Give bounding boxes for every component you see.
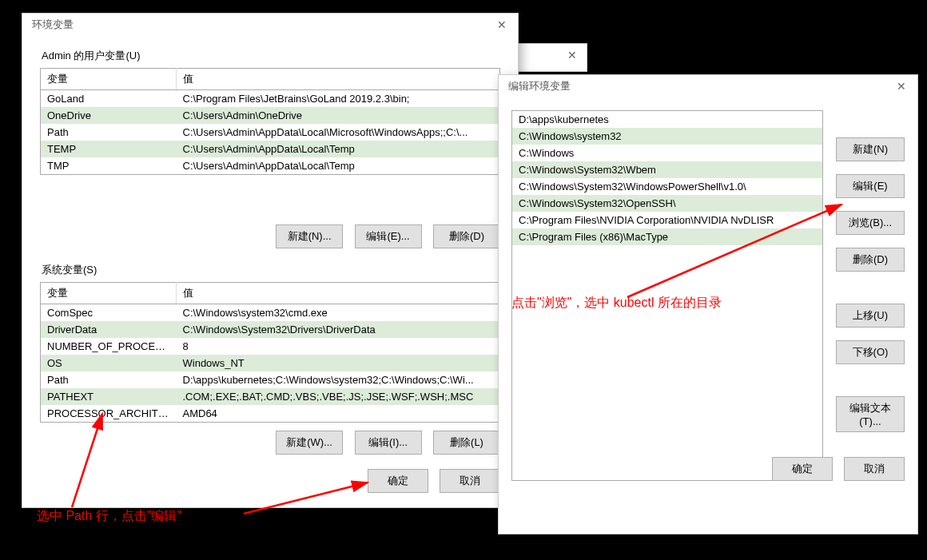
env-variables-dialog: 环境变量 ✕ Admin 的用户变量(U) 变量 值 GoLandC:\Prog… (22, 13, 519, 508)
table-row[interactable]: NUMBER_OF_PROCESSORS8 (41, 338, 500, 355)
var-value: Windows_NT (177, 355, 500, 371)
col-header-variable[interactable]: 变量 (41, 69, 177, 90)
list-item[interactable]: C:\Program Files (x86)\MacType (512, 228, 822, 245)
cancel-button[interactable]: 取消 (440, 469, 500, 493)
close-icon[interactable]: ✕ (492, 17, 511, 33)
table-row[interactable]: GoLandC:\Program Files\JetBrains\GoLand … (41, 90, 500, 108)
dialog-title: 编辑环境变量 (508, 79, 571, 93)
var-value: .COM;.EXE;.BAT;.CMD;.VBS;.VBE;.JS;.JSE;.… (177, 388, 500, 405)
var-name: NUMBER_OF_PROCESSORS (41, 338, 177, 355)
table-row[interactable]: DriverDataC:\Windows\System32\Drivers\Dr… (41, 321, 500, 338)
var-name: TMP (41, 157, 177, 175)
var-name: DriverData (41, 321, 177, 338)
browse-button[interactable]: 浏览(B)... (836, 211, 905, 235)
path-entries-list[interactable]: D:\apps\kubernetesC:\Windows\system32C:\… (511, 110, 823, 481)
var-value: C:\Users\Admin\AppData\Local\Microsoft\W… (177, 124, 500, 141)
edit-env-dialog: 编辑环境变量 ✕ D:\apps\kubernetesC:\Windows\sy… (498, 74, 918, 534)
var-value: C:\Users\Admin\AppData\Local\Temp (177, 157, 500, 175)
titlebar: 环境变量 ✕ (22, 14, 518, 36)
var-value: C:\Users\Admin\AppData\Local\Temp (177, 141, 500, 157)
delete-sys-button[interactable]: 删除(L) (433, 431, 500, 455)
ok-button[interactable]: 确定 (368, 469, 428, 493)
edittext-button[interactable]: 编辑文本(T)... (836, 396, 905, 432)
delete-button[interactable]: 删除(D) (836, 248, 905, 272)
movedown-button[interactable]: 下移(O) (836, 340, 905, 364)
var-name: Path (41, 371, 177, 388)
close-icon[interactable]: ✕ (892, 78, 911, 94)
new-user-button[interactable]: 新建(N)... (276, 224, 343, 248)
edit-buttons-column: 新建(N) 编辑(E) 浏览(B)... 删除(D) 上移(U) 下移(O) 编… (836, 137, 905, 445)
list-item[interactable]: C:\Program Files\NVIDIA Corporation\NVID… (512, 212, 822, 228)
var-name: ComSpec (41, 304, 177, 322)
var-value: C:\Program Files\JetBrains\GoLand 2019.2… (177, 90, 500, 108)
var-name: PATHEXT (41, 388, 177, 405)
user-vars-buttons: 新建(N)... 编辑(E)... 删除(D) (40, 224, 500, 248)
close-icon[interactable]: ✕ (563, 47, 582, 63)
var-name: OS (41, 355, 177, 371)
list-item[interactable]: C:\Windows\System32\WindowsPowerShell\v1… (512, 178, 822, 195)
list-item[interactable]: C:\Windows\System32\OpenSSH\ (512, 195, 822, 212)
table-row[interactable]: PathD:\apps\kubernetes;C:\Windows\system… (41, 371, 500, 388)
sys-vars-table[interactable]: 变量 值 ComSpecC:\Windows\system32\cmd.exeD… (40, 282, 500, 423)
var-name: PROCESSOR_ARCHITECT... (41, 405, 177, 423)
cancel-button[interactable]: 取消 (844, 457, 905, 481)
var-value: C:\Windows\system32\cmd.exe (177, 304, 500, 322)
col-header-variable[interactable]: 变量 (41, 283, 177, 304)
var-value: AMD64 (177, 405, 500, 423)
table-row[interactable]: ComSpecC:\Windows\system32\cmd.exe (41, 304, 500, 322)
new-sys-button[interactable]: 新建(W)... (276, 431, 343, 455)
titlebar: 编辑环境变量 ✕ (499, 75, 917, 97)
edit-user-button[interactable]: 编辑(E)... (355, 224, 422, 248)
var-name: Path (41, 124, 177, 141)
user-vars-label: Admin 的用户变量(U) (42, 49, 500, 63)
table-row[interactable]: TEMPC:\Users\Admin\AppData\Local\Temp (41, 141, 500, 157)
col-header-value[interactable]: 值 (177, 69, 500, 90)
edit-button[interactable]: 编辑(E) (836, 174, 905, 198)
background-dialog-peek: ✕ (515, 43, 587, 72)
var-name: TEMP (41, 141, 177, 157)
annotation-left: 选中 Path 行，点击"编辑" (37, 508, 181, 525)
table-row[interactable]: OSWindows_NT (41, 355, 500, 371)
table-row[interactable]: PathC:\Users\Admin\AppData\Local\Microso… (41, 124, 500, 141)
ok-button[interactable]: 确定 (772, 457, 833, 481)
table-row[interactable]: OneDriveC:\Users\Admin\OneDrive (41, 107, 500, 124)
new-button[interactable]: 新建(N) (836, 137, 905, 161)
table-row[interactable]: PATHEXT.COM;.EXE;.BAT;.CMD;.VBS;.VBE;.JS… (41, 388, 500, 405)
table-row[interactable]: TMPC:\Users\Admin\AppData\Local\Temp (41, 157, 500, 175)
list-item[interactable]: C:\Windows\System32\Wbem (512, 161, 822, 178)
sys-vars-label: 系统变量(S) (42, 263, 500, 277)
sys-vars-buttons: 新建(W)... 编辑(I)... 删除(L) (40, 431, 500, 455)
moveup-button[interactable]: 上移(U) (836, 304, 905, 328)
var-value: C:\Windows\System32\Drivers\DriverData (177, 321, 500, 338)
var-value: 8 (177, 338, 500, 355)
var-value: D:\apps\kubernetes;C:\Windows\system32;C… (177, 371, 500, 388)
var-name: OneDrive (41, 107, 177, 124)
list-item[interactable]: D:\apps\kubernetes (512, 111, 822, 128)
table-row[interactable]: PROCESSOR_ARCHITECT...AMD64 (41, 405, 500, 423)
user-vars-table[interactable]: 变量 值 GoLandC:\Program Files\JetBrains\Go… (40, 68, 500, 175)
dialog-footer: 确定 取消 (40, 469, 500, 493)
list-item[interactable]: C:\Windows (512, 145, 822, 161)
delete-user-button[interactable]: 删除(D) (433, 224, 500, 248)
col-header-value[interactable]: 值 (177, 283, 500, 304)
var-name: GoLand (41, 90, 177, 108)
var-value: C:\Users\Admin\OneDrive (177, 107, 500, 124)
dialog-title: 环境变量 (32, 18, 74, 32)
list-item[interactable]: C:\Windows\system32 (512, 128, 822, 145)
edit-sys-button[interactable]: 编辑(I)... (355, 431, 422, 455)
